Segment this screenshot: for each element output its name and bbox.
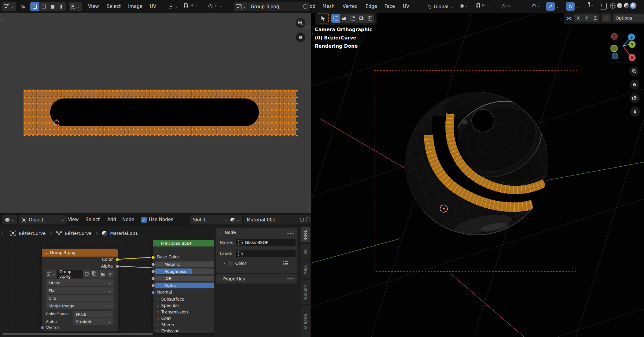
uv-sidebar-collapse-arrow[interactable]: ‹ bbox=[307, 25, 309, 30]
mirror-x-button[interactable]: X bbox=[574, 14, 582, 22]
section-emission[interactable]: ›Emission bbox=[157, 328, 180, 333]
uv-menu-uv[interactable]: UV bbox=[150, 4, 156, 9]
options-dropdown[interactable]: Options ⌄ bbox=[613, 14, 644, 22]
alpha-mode-dropdown[interactable]: Straight⌄ bbox=[73, 318, 113, 325]
shader-menu-select[interactable]: Select bbox=[86, 217, 100, 222]
interpolation-dropdown[interactable]: Linear⌄ bbox=[46, 279, 114, 286]
select-mode-intersect[interactable] bbox=[366, 14, 374, 23]
image-copy-button[interactable] bbox=[91, 270, 98, 278]
image-texture-node[interactable]: ⌄ Group 3.png Color Alpha ⌄ Group 3.png … bbox=[42, 249, 118, 331]
mirror-y-button[interactable]: Y bbox=[582, 14, 591, 22]
collapse-icon[interactable]: ⌄ bbox=[45, 251, 48, 254]
bsdf-node-header[interactable]: ⌄ Principled BSDF bbox=[153, 240, 217, 246]
material-browse-dropdown[interactable]: ⌄ bbox=[228, 215, 242, 224]
principled-bsdf-node[interactable]: ⌄ Principled BSDF Base Color Metallic Ro… bbox=[153, 240, 217, 333]
uv-menu-view[interactable]: View bbox=[88, 4, 99, 9]
roughness-slider[interactable]: Roughness bbox=[155, 268, 215, 274]
shading-material-button[interactable] bbox=[624, 3, 629, 8]
color-presets-icon[interactable] bbox=[283, 261, 288, 265]
panel-grip-handle[interactable] bbox=[286, 278, 294, 280]
image-browse-dropdown[interactable]: ⌄ bbox=[234, 2, 247, 11]
uv-editor-canvas[interactable]: › ‹ bbox=[0, 13, 311, 213]
xray-scale-group[interactable]: ⌄ bbox=[585, 3, 594, 7]
image-name-field[interactable]: Group 3.png bbox=[248, 2, 304, 11]
uv-sync-selection-toggle[interactable]: ⇄ bbox=[19, 2, 28, 11]
uv-select-mode-vertex[interactable] bbox=[30, 2, 39, 11]
uv-menu-image[interactable]: Image bbox=[128, 4, 142, 9]
ior-slider[interactable]: IOR bbox=[155, 276, 215, 281]
vp-pivot-dropdown[interactable]: ◉⌄ bbox=[460, 3, 468, 9]
input-alpha-socket[interactable] bbox=[151, 284, 155, 287]
uv-zoom-button[interactable] bbox=[296, 18, 305, 28]
source-dropdown[interactable]: Single Image⌄ bbox=[46, 302, 114, 309]
vp-snap-group[interactable]: ⊦⊦⊦ ⌄ bbox=[476, 2, 490, 8]
section-sheen[interactable]: ›Sheen bbox=[157, 322, 174, 327]
input-metallic-socket[interactable] bbox=[151, 263, 155, 266]
uv-select-mode-edge[interactable] bbox=[39, 2, 48, 11]
input-base-color-socket[interactable] bbox=[151, 256, 155, 259]
uv-select-mode-island[interactable] bbox=[57, 2, 66, 11]
alpha-slider[interactable]: Alpha bbox=[155, 283, 215, 288]
uv-snap-group[interactable]: ⊦⊦⊦ ⌄ bbox=[183, 2, 197, 8]
properties-panel[interactable]: ›Properties bbox=[216, 274, 297, 283]
node-color-row[interactable]: › Color bbox=[223, 261, 246, 266]
vp-lock-view-button[interactable] bbox=[630, 107, 640, 117]
uv-pan-button[interactable] bbox=[296, 32, 305, 42]
section-coat[interactable]: ›Coat bbox=[157, 316, 171, 321]
active-tool-tweak-button[interactable] bbox=[318, 13, 329, 24]
vp-menu-face[interactable]: Face bbox=[385, 4, 395, 9]
select-mode-subtract[interactable] bbox=[348, 14, 357, 23]
vp-menu-vertex[interactable]: Vertex bbox=[343, 4, 357, 9]
material-slot-dropdown[interactable]: Slot 1 ⌄ bbox=[190, 215, 231, 224]
show-overlays-toggle-group[interactable]: ⌄ bbox=[566, 2, 579, 11]
node-panel-header[interactable]: ⌄Node bbox=[216, 228, 297, 237]
projection-dropdown[interactable]: Flat⌄ bbox=[46, 287, 114, 294]
shading-rendered-button[interactable] bbox=[631, 3, 636, 8]
shader-menu-add[interactable]: Add bbox=[107, 217, 116, 222]
output-alpha-socket[interactable] bbox=[116, 265, 119, 268]
collapse-icon[interactable]: ⌄ bbox=[156, 242, 159, 245]
material-name-field[interactable]: Material.001 bbox=[244, 215, 301, 224]
extension-dropdown[interactable]: Clip⌄ bbox=[46, 295, 114, 302]
panel-grip-handle[interactable] bbox=[286, 231, 294, 234]
shading-solid-button[interactable] bbox=[617, 3, 622, 8]
output-color-socket[interactable] bbox=[116, 258, 119, 261]
node-color-checkbox[interactable] bbox=[228, 261, 233, 266]
mirror-z-button[interactable]: Z bbox=[591, 14, 599, 22]
node-editor-canvas[interactable]: › BézierCurve › BézierCurve › Material.0… bbox=[0, 226, 311, 337]
input-ior-socket[interactable] bbox=[151, 277, 155, 280]
annotation-dropdown[interactable]: ⊙⌄ bbox=[532, 3, 540, 9]
show-gizmo-toggle-group[interactable]: ⌄ bbox=[546, 2, 559, 11]
section-specular[interactable]: ›Specular bbox=[157, 303, 179, 308]
uv-sticky-selection-dropdown[interactable]: ⌄ bbox=[69, 2, 82, 11]
uv-region-expand-arrow[interactable]: › bbox=[1, 17, 2, 22]
input-normal-socket[interactable] bbox=[151, 291, 155, 294]
xray-toggle[interactable] bbox=[600, 3, 607, 9]
metallic-slider[interactable]: Metallic bbox=[155, 261, 215, 267]
image-fake-user-button[interactable] bbox=[301, 2, 310, 11]
uv-menu-select[interactable]: Select bbox=[107, 4, 121, 9]
snap-dashed-circle-icon[interactable]: ◌ bbox=[602, 14, 611, 22]
uv-proportional-edit-group[interactable]: ◎ ∩ ⌄ bbox=[208, 3, 223, 9]
image-fake-user-button[interactable] bbox=[83, 270, 90, 278]
shading-wireframe-button[interactable] bbox=[610, 3, 616, 9]
node-name-field[interactable]: Glass BSDF bbox=[236, 239, 296, 246]
shader-editor-type-button[interactable]: ⌄ bbox=[2, 215, 17, 224]
image-unlink-button[interactable]: × bbox=[107, 270, 114, 278]
use-nodes-checkbox[interactable]: ✓ bbox=[141, 217, 147, 223]
transform-orientation-dropdown[interactable]: Global ⌄ bbox=[424, 2, 456, 11]
vp-pan-button[interactable] bbox=[630, 80, 639, 90]
vp-zoom-button[interactable] bbox=[629, 66, 639, 76]
uv-pivot-dropdown[interactable]: ⌄ bbox=[167, 2, 180, 11]
vp-menu-add-clipped[interactable]: dd bbox=[310, 4, 315, 9]
color-space-dropdown[interactable]: sRGB⌄ bbox=[73, 311, 113, 317]
select-mode-new[interactable] bbox=[331, 14, 340, 23]
shader-menu-view[interactable]: View bbox=[68, 217, 79, 222]
vp-menu-mesh[interactable]: Mesh bbox=[322, 4, 335, 9]
image-open-button[interactable] bbox=[99, 270, 106, 278]
uv-editor-type-button[interactable]: ⌄ bbox=[2, 2, 16, 11]
use-nodes-label[interactable]: Use Nodes bbox=[149, 217, 173, 222]
select-mode-invert[interactable] bbox=[357, 14, 366, 23]
vp-proportional-edit-group[interactable]: ◎ ∩ bbox=[501, 3, 511, 9]
section-subsurface[interactable]: ›Subsurface bbox=[157, 297, 184, 302]
